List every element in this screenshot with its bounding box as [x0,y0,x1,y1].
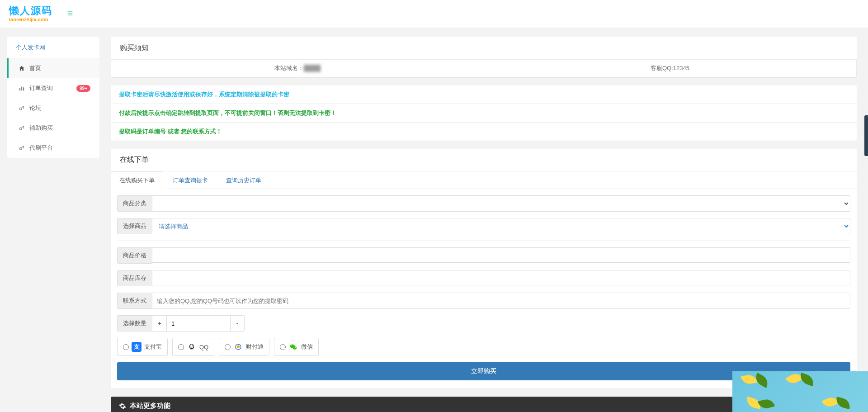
contact-input[interactable] [152,293,850,309]
quantity-input[interactable] [167,315,230,331]
order-panel: 在线下单 在线购买下单 订单查询提卡 查询历史订单 商品分类 选择商品 请选择商… [111,149,857,388]
domain-cell: 本站域名：████ [111,60,484,77]
main-content: 购买须知 本站域名：████ 客服QQ:12345 提取卡密后请尽快激活使用或保… [99,28,868,412]
order-form: 商品分类 选择商品 请选择商品 商品价格 商品库存 [111,189,857,388]
pay-label: 微信 [301,343,313,351]
key-icon [18,145,26,151]
svg-point-12 [192,346,193,346]
payment-options: 支 支付宝 QQ 财付通 [117,338,850,356]
chart-icon [18,85,26,91]
qq-icon [187,342,197,352]
sidebar-item-label: 辅助购买 [29,124,53,132]
tab-query[interactable]: 订单查询提卡 [164,171,217,189]
logo[interactable]: 懒人源码 lanrenzhijia.com [9,5,52,22]
pay-radio[interactable] [123,344,129,350]
qty-minus-button[interactable]: - [230,315,245,331]
svg-point-19 [294,347,294,348]
separator [117,241,850,241]
qty-plus-button[interactable]: + [152,315,167,331]
svg-rect-5 [23,87,24,90]
order-tabs: 在线购买下单 订单查询提卡 查询历史订单 [111,171,857,189]
notice-row: 提取码是订单编号 或者 您的联系方式！ [111,123,857,141]
stock-value [152,270,850,285]
sidebar-item-label: 代刷平台 [29,144,53,152]
top-header: 懒人源码 lanrenzhijia.com [0,0,868,28]
pay-label: 财付通 [246,343,264,351]
svg-point-17 [291,346,292,346]
notice-row: 付款后按提示点击确定跳转到提取页面，不可提前关闭窗口！否则无法提取到卡密！ [111,104,857,123]
stock-label: 商品库存 [117,270,152,286]
svg-rect-4 [21,87,22,91]
key-icon [18,125,26,131]
svg-point-7 [19,128,22,130]
pay-alipay[interactable]: 支 支付宝 [117,338,168,356]
notice-panel: 购买须知 本站域名：████ 客服QQ:12345 [111,37,857,77]
tab-buy[interactable]: 在线购买下单 [111,171,163,189]
logo-main: 懒人源码 [9,5,52,16]
sidebar-item-orders[interactable]: 订单查询 99+ [7,78,99,98]
svg-point-18 [293,346,294,346]
svg-rect-3 [19,88,20,90]
order-heading: 在线下单 [111,149,857,171]
category-select[interactable] [152,195,850,212]
sidebar-title: 个人发卡网 [7,37,99,58]
wechat-icon [288,342,298,352]
pay-label: 支付宝 [144,343,162,351]
sidebar-item-label: 首页 [29,64,41,72]
info-row: 本站域名：████ 客服QQ:12345 [111,60,857,77]
price-value [152,247,850,263]
product-label: 选择商品 [117,218,152,234]
pay-wechat[interactable]: 微信 [274,338,319,356]
logo-sub: lanrenzhijia.com [9,17,52,22]
home-icon [18,65,26,71]
svg-point-20 [295,347,296,348]
menu-toggle-icon[interactable] [66,10,74,18]
quantity-label: 选择数量 [117,315,152,331]
svg-point-16 [293,346,297,350]
product-select[interactable]: 请选择商品 [152,218,850,234]
pay-label: QQ [199,344,208,350]
contact-label: 联系方式 [117,293,152,309]
notice-list: 提取卡密后请尽快激活使用或保存好，系统定期清除被提取的卡密 付款后按提示点击确定… [111,85,857,141]
more-heading-text: 本站更多功能 [130,402,170,410]
pay-radio[interactable] [178,344,184,350]
notice-row: 提取卡密后请尽快激活使用或保存好，系统定期清除被提取的卡密 [111,85,857,104]
category-label: 商品分类 [117,195,152,212]
floating-banner[interactable] [732,371,868,412]
sidebar-item-home[interactable]: 首页 [7,58,99,78]
tenpay-icon [233,342,243,352]
sidebar-item-proxy[interactable]: 代刷平台 [7,138,99,158]
price-label: 商品价格 [117,247,152,264]
sidebar-item-label: 订单查询 [29,84,53,92]
svg-point-11 [190,346,191,346]
sidebar-item-assist[interactable]: 辅助购买 [7,118,99,138]
alipay-icon: 支 [132,342,142,352]
sidebar: 个人发卡网 首页 订单查询 99+ 论坛 [0,28,99,412]
pay-radio[interactable] [280,344,286,350]
svg-point-13 [191,347,193,348]
sidebar-item-forum[interactable]: 论坛 [7,98,99,118]
service-cell: 客服QQ:12345 [484,60,856,77]
svg-point-8 [19,147,22,150]
badge: 99+ [76,85,90,92]
pay-tenpay[interactable]: 财付通 [219,338,269,356]
pay-qq[interactable]: QQ [172,338,214,356]
tab-history[interactable]: 查询历史订单 [217,171,270,189]
key-icon [18,105,26,111]
gear-icon [119,403,126,410]
domain-label: 本站域名： [274,65,304,71]
notice-heading: 购买须知 [111,37,857,60]
pay-radio[interactable] [225,344,231,350]
edge-tab[interactable] [864,115,868,156]
sidebar-item-label: 论坛 [29,104,41,112]
svg-point-6 [19,108,22,110]
domain-value: ████ [304,65,321,71]
